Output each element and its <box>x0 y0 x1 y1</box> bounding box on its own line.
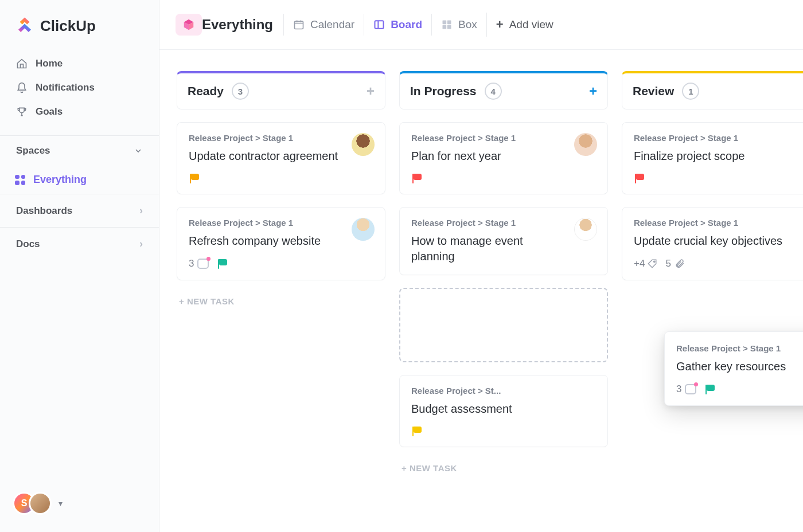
chevron-right-icon: › <box>139 238 143 250</box>
dragging-card[interactable]: Release Project > Stage 1 Gather key res… <box>664 331 803 406</box>
card-breadcrumb: Release Project > Stage 1 <box>411 218 596 228</box>
paperclip-icon <box>675 259 685 269</box>
task-card[interactable]: Release Project > Stage 1 Update crucial… <box>622 207 803 280</box>
clickup-logo-icon <box>15 16 34 36</box>
comment-indicator[interactable]: 3 <box>189 258 209 269</box>
attachment-indicator[interactable]: 5 <box>665 258 684 269</box>
svg-rect-4 <box>443 25 447 29</box>
comment-bubble-icon <box>685 384 696 394</box>
tab-box[interactable]: Box <box>431 14 486 36</box>
task-card[interactable]: Release Project > Stage 1 Finalize proje… <box>622 122 803 194</box>
home-icon <box>16 58 28 69</box>
card-title: Plan for next year <box>411 148 596 164</box>
card-breadcrumb: Release Project > St... <box>411 386 596 396</box>
priority-flag-icon[interactable] <box>411 173 422 183</box>
comment-count: 3 <box>189 258 194 269</box>
priority-flag-icon[interactable] <box>704 384 715 394</box>
tab-calendar[interactable]: Calendar <box>283 14 364 36</box>
card-title: Update crucial key objectives <box>634 233 803 249</box>
sidebar-item-docs[interactable]: Docs › <box>0 227 159 260</box>
page-title: Everything <box>202 17 283 33</box>
task-card[interactable]: Release Project > Stage 1 Plan for next … <box>399 122 608 194</box>
sidebar: ClickUp Home Notifications Goals Spaces <box>0 0 159 532</box>
column-header: Ready 3 + <box>177 71 385 109</box>
column-title: In Progress <box>410 84 477 98</box>
card-breadcrumb: Release Project > Stage 1 <box>634 218 803 228</box>
assignee-avatar[interactable] <box>574 133 597 156</box>
topbar: Everything Calendar Board Box + Add view <box>159 0 803 50</box>
cube-icon <box>182 18 195 31</box>
tag-count: +4 <box>634 258 645 269</box>
column-header: In Progress 4 + <box>399 71 608 109</box>
card-dropzone[interactable] <box>399 288 608 362</box>
new-task-button[interactable]: + NEW TASK <box>177 293 385 310</box>
comment-count: 3 <box>676 384 681 395</box>
assignee-avatar[interactable] <box>574 218 597 241</box>
card-title: Finalize project scope <box>634 148 803 164</box>
plus-icon: + <box>496 17 504 32</box>
svg-rect-3 <box>447 21 451 25</box>
svg-rect-5 <box>447 25 451 29</box>
tab-board[interactable]: Board <box>364 14 431 36</box>
tag-indicator[interactable]: +4 <box>634 258 657 269</box>
bell-icon <box>16 82 28 93</box>
main: Everything Calendar Board Box + Add view <box>159 0 803 532</box>
nav-home[interactable]: Home <box>8 52 151 76</box>
sidebar-item-dashboards[interactable]: Dashboards › <box>0 194 159 227</box>
add-view-label: Add view <box>509 18 553 31</box>
assignee-avatar[interactable] <box>352 133 375 156</box>
app-logo[interactable]: ClickUp <box>0 0 159 48</box>
spaces-label: Spaces <box>16 145 50 157</box>
attachment-count: 5 <box>665 258 671 269</box>
priority-flag-icon[interactable] <box>217 259 227 269</box>
column-in-progress: In Progress 4 + Release Project > Stage … <box>399 71 608 532</box>
card-title: Budget assessment <box>411 401 596 417</box>
tab-label: Calendar <box>310 18 354 31</box>
priority-flag-icon[interactable] <box>411 426 422 436</box>
add-view-button[interactable]: + Add view <box>486 13 563 37</box>
nav-goals[interactable]: Goals <box>8 100 151 124</box>
everything-icon <box>15 175 25 185</box>
svg-rect-2 <box>443 21 447 25</box>
view-everything-chip[interactable] <box>176 14 202 36</box>
docs-label: Docs <box>16 238 40 250</box>
calendar-icon <box>293 19 305 30</box>
box-icon <box>441 19 453 30</box>
trophy-icon <box>16 106 28 118</box>
column-count: 1 <box>682 83 699 100</box>
assignee-avatar[interactable] <box>352 218 375 241</box>
board: Ready 3 + Release Project > Stage 1 Upda… <box>159 55 803 532</box>
comment-indicator[interactable]: 3 <box>676 384 696 395</box>
card-breadcrumb: Release Project > Stage 1 <box>676 343 803 353</box>
task-card[interactable]: Release Project > Stage 1 How to manage … <box>399 207 608 275</box>
app-name: ClickUp <box>40 17 96 35</box>
board-icon <box>373 19 385 30</box>
user-footer[interactable]: S ▾ <box>0 479 159 532</box>
task-card[interactable]: Release Project > Stage 1 Refresh compan… <box>177 207 385 280</box>
column-count: 4 <box>485 83 502 100</box>
column-add-button[interactable]: + <box>367 83 375 99</box>
new-task-button[interactable]: + NEW TASK <box>399 460 608 476</box>
column-title: Review <box>633 84 674 98</box>
column-title: Ready <box>188 84 224 98</box>
primary-nav: Home Notifications Goals <box>0 48 159 135</box>
column-add-button[interactable]: + <box>589 83 597 99</box>
task-card[interactable]: Release Project > St... Budget assessmen… <box>399 375 608 447</box>
priority-flag-icon[interactable] <box>634 173 644 183</box>
spaces-header[interactable]: Spaces <box>0 135 159 166</box>
card-breadcrumb: Release Project > Stage 1 <box>634 133 803 143</box>
column-ready: Ready 3 + Release Project > Stage 1 Upda… <box>177 71 385 532</box>
priority-flag-icon[interactable] <box>189 173 199 183</box>
dashboards-label: Dashboards <box>16 205 72 217</box>
card-breadcrumb: Release Project > Stage 1 <box>411 133 596 143</box>
sidebar-item-everything[interactable]: Everything <box>0 166 159 194</box>
nav-label: Home <box>36 58 63 69</box>
card-title: Refresh company website <box>189 233 373 249</box>
tag-icon <box>647 259 657 269</box>
task-card[interactable]: Release Project > Stage 1 Update contrac… <box>177 122 385 194</box>
column-review: Review 1 Release Project > Stage 1 Final… <box>622 71 803 532</box>
column-count: 3 <box>232 83 249 100</box>
card-title: Update contractor agreement <box>189 148 373 164</box>
nav-notifications[interactable]: Notifications <box>8 76 151 100</box>
user-avatar-photo <box>29 492 52 515</box>
